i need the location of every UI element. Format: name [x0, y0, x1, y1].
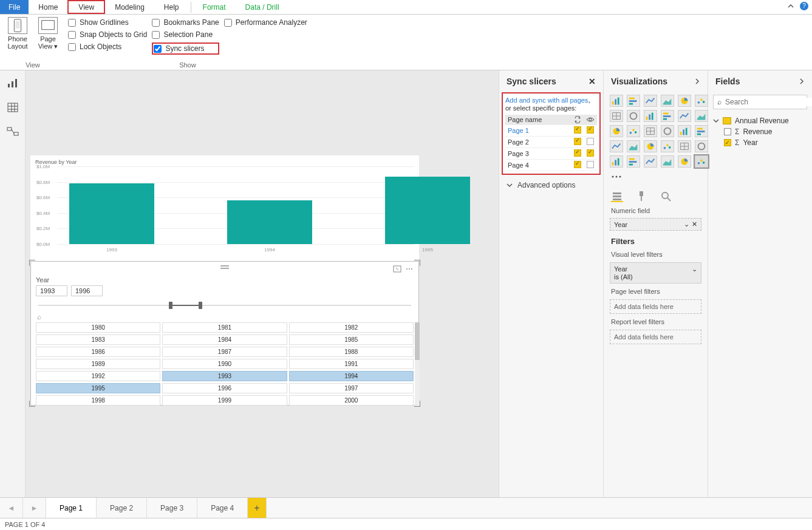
page-tab[interactable]: Page 4 — [197, 498, 248, 518]
year-cell[interactable]: 1982 — [289, 322, 414, 333]
prev-page-button[interactable]: ◄ — [0, 498, 23, 518]
sync-page-name[interactable]: Page 2 — [505, 137, 571, 148]
report-view-icon[interactable] — [7, 78, 19, 89]
viz-type-icon[interactable] — [661, 125, 674, 137]
viz-type-icon[interactable] — [678, 125, 691, 137]
sync-page-name[interactable]: Page 3 — [505, 148, 571, 160]
selection-pane-checkbox[interactable]: Selection Pane — [152, 30, 219, 39]
report-canvas[interactable]: Revenue by Year $0.0M$0.2M$0.4M$0.6M$0.8… — [26, 70, 499, 497]
field-revenue[interactable]: ΣRevenue — [713, 126, 807, 137]
menu-modeling[interactable]: Modeling — [105, 0, 154, 14]
sync-checkbox[interactable] — [574, 126, 581, 134]
table-annual-revenue[interactable]: Annual Revenue — [713, 115, 807, 126]
fields-search-input[interactable]: ⌕ — [713, 95, 807, 109]
viz-type-icon[interactable] — [610, 125, 623, 137]
viz-type-icon[interactable] — [644, 110, 657, 122]
year-cell[interactable]: 1996 — [162, 383, 287, 393]
year-cell[interactable]: 1986 — [36, 347, 160, 357]
format-tab-icon[interactable] — [635, 190, 647, 202]
chevron-right-icon[interactable] — [799, 77, 805, 86]
page-tab[interactable]: Page 2 — [97, 498, 147, 518]
year-cell[interactable]: 1983 — [36, 335, 160, 345]
viz-type-icon[interactable] — [695, 155, 708, 168]
viz-type-icon[interactable] — [678, 110, 691, 122]
more-visuals-icon[interactable] — [610, 171, 623, 183]
viz-type-icon[interactable] — [695, 110, 708, 122]
viz-type-icon[interactable] — [678, 95, 691, 107]
year-slicer-visual[interactable]: Year 1993 1996 ⌕ 19801981198219831984198… — [30, 261, 419, 406]
visible-checkbox[interactable] — [587, 138, 594, 145]
menu-help[interactable]: Help — [154, 0, 189, 14]
collapse-ribbon-icon[interactable] — [786, 2, 795, 10]
add-page-button[interactable]: + — [248, 498, 266, 518]
bar-chart-visual[interactable]: Revenue by Year $0.0M$0.2M$0.4M$0.6M$0.8… — [30, 155, 419, 260]
viz-type-icon[interactable] — [695, 125, 708, 137]
menu-format[interactable]: Format — [193, 0, 236, 14]
chart-bar[interactable] — [385, 177, 470, 244]
visible-checkbox[interactable] — [587, 149, 594, 157]
year-cell[interactable]: 2000 — [289, 395, 414, 406]
viz-type-icon[interactable] — [610, 140, 623, 152]
viz-type-icon[interactable] — [627, 140, 640, 152]
close-icon[interactable]: ✕ — [589, 76, 596, 86]
sync-page-name[interactable]: Page 1 — [505, 125, 571, 137]
year-cell[interactable]: 1981 — [162, 322, 287, 333]
year-cell[interactable]: 1987 — [162, 347, 287, 357]
more-options-icon[interactable] — [405, 265, 414, 273]
year-cell[interactable]: 1991 — [289, 359, 414, 369]
sync-checkbox[interactable] — [574, 161, 581, 168]
scrollbar[interactable] — [415, 322, 420, 406]
phone-layout-button[interactable]: Phone Layout — [5, 17, 30, 60]
menu-view[interactable]: View — [67, 0, 105, 14]
year-cell[interactable]: 1985 — [289, 335, 414, 345]
focus-mode-icon[interactable] — [393, 265, 401, 273]
field-checkbox[interactable] — [724, 128, 731, 135]
remove-field-icon[interactable]: ✕ — [692, 220, 697, 228]
year-cell[interactable]: 1998 — [36, 395, 160, 406]
drag-handle-icon[interactable] — [220, 265, 229, 269]
help-icon[interactable]: ? — [800, 2, 808, 10]
menu-data-drill[interactable]: Data / Drill — [236, 0, 289, 14]
viz-type-icon[interactable] — [678, 140, 691, 152]
analytics-tab-icon[interactable] — [660, 190, 672, 202]
viz-type-icon[interactable] — [695, 140, 708, 152]
viz-type-icon[interactable] — [644, 140, 657, 152]
viz-type-icon[interactable] — [661, 110, 674, 122]
page-tab[interactable]: Page 3 — [147, 498, 197, 518]
year-cell[interactable]: 1999 — [162, 395, 287, 406]
next-page-button[interactable]: ► — [23, 498, 46, 518]
numeric-field-well[interactable]: Year ⌄✕ — [610, 218, 701, 231]
viz-type-icon[interactable] — [644, 155, 657, 168]
visual-filter-card[interactable]: Year⌄ is (All) — [610, 262, 701, 284]
viz-type-icon[interactable] — [610, 95, 623, 107]
chevron-down-icon[interactable]: ⌄ — [684, 220, 689, 228]
viz-type-icon[interactable] — [661, 95, 674, 107]
year-cell[interactable]: 1980 — [36, 322, 160, 333]
performance-analyzer-checkbox[interactable]: Performance Analyzer — [224, 18, 307, 27]
year-cell[interactable]: 1995 — [36, 383, 160, 393]
field-year[interactable]: ΣYear — [713, 137, 807, 148]
year-cell[interactable]: 1990 — [162, 359, 287, 369]
report-filter-dropzone[interactable]: Add data fields here — [610, 330, 701, 344]
fields-tab-icon[interactable] — [611, 190, 623, 202]
viz-type-icon[interactable] — [695, 95, 708, 107]
viz-type-icon[interactable] — [661, 140, 674, 152]
year-cell[interactable]: 1992 — [36, 371, 160, 381]
viz-type-icon[interactable] — [627, 155, 640, 168]
sync-checkbox[interactable] — [574, 138, 581, 145]
bookmarks-pane-checkbox[interactable]: Bookmarks Pane — [152, 18, 219, 27]
advanced-options-toggle[interactable]: Advanced options — [499, 175, 603, 195]
sync-page-name[interactable]: Page 4 — [505, 160, 571, 171]
year-cell[interactable]: 1994 — [289, 371, 414, 381]
page-filter-dropzone[interactable]: Add data fields here — [610, 299, 701, 314]
sync-checkbox[interactable] — [574, 149, 581, 157]
field-checkbox[interactable] — [724, 139, 731, 146]
lock-objects-checkbox[interactable]: Lock Objects — [68, 42, 147, 51]
chart-bar[interactable] — [227, 200, 312, 244]
model-view-icon[interactable] — [7, 126, 19, 137]
data-view-icon[interactable] — [7, 102, 19, 113]
viz-type-icon[interactable] — [627, 110, 640, 122]
year-cell[interactable]: 1989 — [36, 359, 160, 369]
menu-file[interactable]: File — [0, 0, 29, 14]
viz-type-icon[interactable] — [661, 155, 674, 168]
